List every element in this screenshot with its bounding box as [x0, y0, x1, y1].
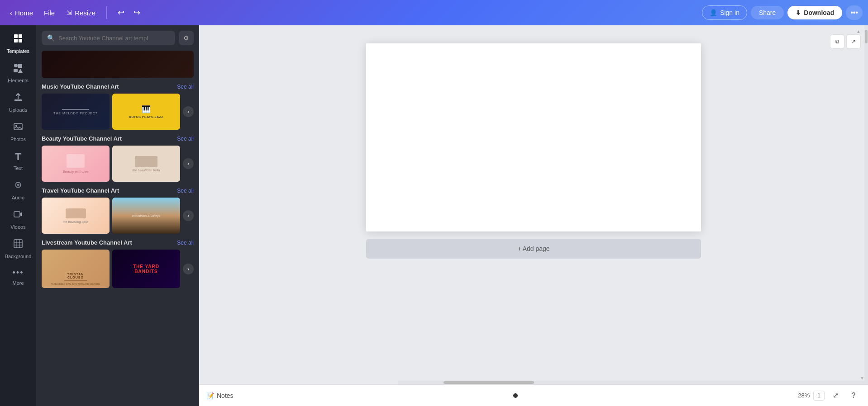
sidebar-item-label: Background	[5, 254, 32, 259]
svg-rect-7	[14, 69, 18, 72]
svg-rect-0	[14, 34, 18, 38]
zoom-level: 28%	[798, 392, 810, 399]
svg-rect-3	[19, 39, 22, 42]
sidebar-item-photos[interactable]: Photos	[2, 117, 34, 146]
templates-scroll: Music YouTube Channel Art See all THE ME…	[36, 51, 199, 406]
share-button[interactable]: Share	[751, 6, 784, 19]
filter-icon: ⚙	[183, 34, 189, 42]
svg-rect-8	[14, 99, 22, 101]
livestream-section-title: Livestream Youtube Channel Art	[42, 239, 132, 246]
livestream-template-card-2[interactable]: THE YARD BANDITS	[112, 250, 180, 288]
bottom-scrollbar	[398, 381, 864, 384]
top-strip-card[interactable]	[42, 51, 194, 78]
audio-icon	[13, 180, 23, 192]
sidebar-item-audio[interactable]: Audio	[2, 175, 34, 205]
music-template-card-2[interactable]: 🎹 RUFUS PLAYS JAZZ	[112, 94, 180, 130]
sidebar-item-label: More	[12, 280, 24, 286]
chevron-left-icon: ‹	[10, 9, 12, 17]
beauty-arrow-button[interactable]: ›	[183, 158, 194, 169]
beauty-template-card-2[interactable]: the beautician bella	[112, 146, 180, 182]
right-scrollbar	[864, 25, 868, 384]
music-see-all-button[interactable]: See all	[177, 84, 194, 90]
resize-label: Resize	[75, 9, 95, 17]
page-number: 1	[817, 392, 820, 399]
back-button[interactable]: ‹ Home	[5, 6, 38, 19]
undo-button[interactable]: ↩	[114, 5, 128, 20]
beauty-template-card-1[interactable]: Beauty with Lee	[42, 146, 110, 182]
filter-button[interactable]: ⚙	[179, 31, 194, 45]
svg-marker-6	[18, 69, 23, 73]
background-icon	[13, 239, 23, 251]
travel-template-row: the travelling bella mountains & valleys…	[42, 198, 194, 234]
svg-rect-5	[18, 64, 22, 68]
topbar-left: ‹ Home File ⇲ Resize	[5, 6, 101, 19]
file-button[interactable]: File	[39, 6, 59, 19]
resize-button[interactable]: ⇲ Resize	[61, 6, 101, 19]
sidebar-item-uploads[interactable]: Uploads	[2, 88, 34, 117]
duplicate-icon: ⧉	[835, 38, 839, 45]
fullscreen-button[interactable]: ⤢	[828, 388, 843, 403]
music-template-card-1[interactable]: THE MELODY PROJECT	[42, 94, 110, 130]
download-icon: ⬇	[796, 9, 801, 16]
sidebar-item-videos[interactable]: Videos	[2, 205, 34, 234]
signin-label: Sign in	[720, 9, 739, 16]
notes-label: Notes	[217, 392, 234, 399]
search-bar: 🔍 ⚙	[36, 25, 199, 51]
more-options-button[interactable]: •••	[846, 5, 863, 20]
share-icon: ↗	[851, 38, 856, 45]
uploads-icon	[13, 92, 23, 104]
bottom-left: 📝 Notes	[206, 392, 234, 399]
svg-point-4	[14, 64, 18, 67]
sidebar-item-more[interactable]: ••• More	[2, 264, 34, 290]
share-page-button[interactable]: ↗	[846, 34, 861, 49]
beauty-see-all-button[interactable]: See all	[177, 136, 194, 142]
travel-see-all-button[interactable]: See all	[177, 188, 194, 194]
topbar-right: 👤 Sign in Share ⬇ Download •••	[702, 5, 863, 20]
music-arrow-button[interactable]: ›	[183, 106, 194, 117]
duplicate-page-button[interactable]: ⧉	[830, 34, 844, 49]
svg-rect-1	[19, 34, 22, 38]
fullscreen-icon: ⤢	[833, 391, 839, 400]
text-icon: T	[15, 151, 21, 163]
signin-button[interactable]: 👤 Sign in	[702, 5, 747, 20]
sidebar-item-label: Uploads	[9, 107, 27, 113]
music-section-title: Music YouTube Channel Art	[42, 83, 119, 90]
canvas-scroll-area: + Add page	[199, 25, 868, 384]
canvas-page[interactable]	[366, 43, 701, 231]
scroll-up-indicator: ▲	[856, 29, 861, 34]
redo-icon: ↪	[134, 8, 140, 18]
right-scrollbar-thumb[interactable]	[865, 30, 868, 43]
travel-arrow-button[interactable]: ›	[183, 210, 194, 221]
photos-icon	[13, 122, 23, 134]
svg-rect-2	[14, 39, 18, 42]
sidebar-item-elements[interactable]: Elements	[2, 58, 34, 88]
icon-sidebar: Templates Elements Uploads Photos T Text	[0, 25, 36, 406]
beauty-template-row: Beauty with Lee the beautician bella ›	[42, 146, 194, 182]
sidebar-item-label: Photos	[10, 137, 26, 142]
sidebar-item-text[interactable]: T Text	[2, 146, 34, 175]
add-page-label: + Add page	[517, 245, 549, 252]
redo-button[interactable]: ↪	[130, 5, 144, 20]
search-input[interactable]	[58, 35, 170, 42]
travel-template-card-1[interactable]: the travelling bella	[42, 198, 110, 234]
sidebar-item-background[interactable]: Background	[2, 234, 34, 264]
livestream-see-all-button[interactable]: See all	[177, 240, 194, 246]
notes-icon: 📝	[206, 392, 214, 399]
undo-icon: ↩	[118, 8, 124, 18]
more-icon: •••	[850, 9, 858, 16]
canvas-toolbar: ⧉ ↗	[830, 34, 861, 49]
add-page-button[interactable]: + Add page	[366, 239, 701, 259]
topbar-nav: ↩ ↪	[114, 5, 144, 20]
help-button[interactable]: ?	[846, 388, 861, 403]
travel-template-card-2[interactable]: mountains & valleys	[112, 198, 180, 234]
sidebar-item-templates[interactable]: Templates	[2, 29, 34, 58]
beauty-section-header: Beauty YouTube Channel Art See all	[42, 135, 194, 142]
livestream-arrow-button[interactable]: ›	[183, 264, 194, 274]
notes-button[interactable]: 📝 Notes	[206, 392, 234, 399]
livestream-template-card-1[interactable]: TRISTAN CLOUSO TAKE A DEEP DIVE INTO ART…	[42, 250, 110, 288]
page-indicator: 1	[813, 391, 825, 401]
download-button[interactable]: ⬇ Download	[787, 6, 842, 19]
sidebar-item-label: Elements	[8, 78, 29, 83]
user-icon: 👤	[710, 9, 717, 16]
bottom-scrollbar-thumb[interactable]	[444, 381, 534, 384]
